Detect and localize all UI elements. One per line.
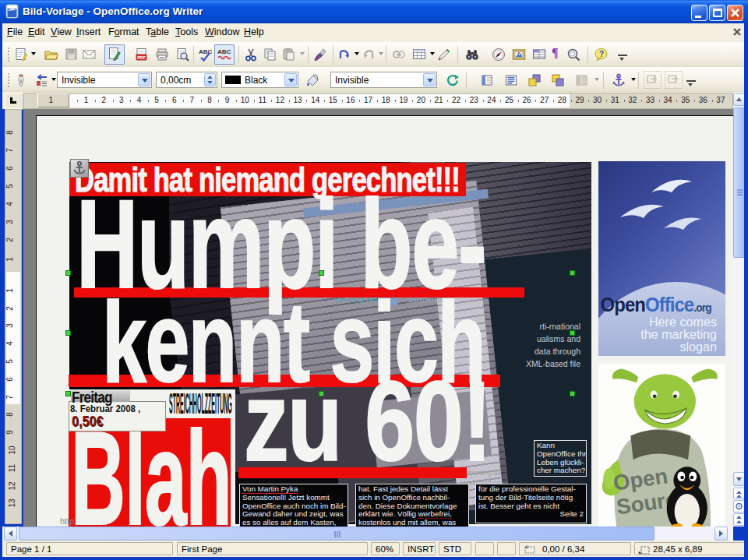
svg-text:ABC: ABC [217, 48, 231, 55]
svg-text:PDF: PDF [137, 55, 146, 60]
svg-text:?: ? [599, 50, 604, 58]
svg-text:ABC: ABC [199, 48, 213, 55]
